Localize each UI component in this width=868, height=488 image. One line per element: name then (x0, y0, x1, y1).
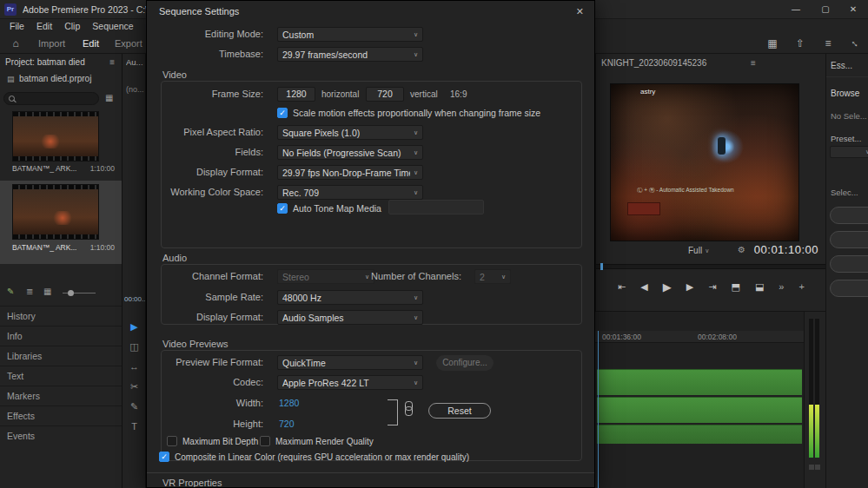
go-to-out-button[interactable]: ⇥ (708, 281, 716, 293)
monitor-scrub-bar[interactable] (596, 264, 825, 269)
zoom-level-select[interactable]: Full ∨ (688, 246, 709, 255)
frame-width-input[interactable]: 1280 (277, 87, 315, 102)
panel-tab-essential-sound[interactable]: Ess... (831, 61, 852, 70)
close-button[interactable]: ✕ (840, 0, 866, 19)
composite-linear-checkbox[interactable]: ✓ (159, 452, 169, 462)
pixel-aspect-ratio-select[interactable]: Square Pixels (1.0) ∨ (277, 125, 423, 140)
previews-section-title: Video Previews (162, 339, 229, 349)
frame-height-input[interactable]: 720 (366, 87, 404, 102)
panel-menu-icon[interactable]: ≡ (751, 58, 756, 68)
icon-view-toggle-icon[interactable]: ▦ (105, 93, 113, 102)
type-tool[interactable]: T (123, 421, 146, 432)
meter-button[interactable] (815, 465, 820, 470)
link-icon[interactable] (404, 401, 412, 415)
icon-view-icon[interactable]: ▦ (43, 287, 51, 296)
clip-item[interactable]: BATMAN™_ ARK... 1:10:00 (0, 109, 123, 179)
color-space-select[interactable]: Rec. 709 ∨ (277, 185, 423, 200)
display-format-select[interactable]: 29.97 fps Non-Drop-Frame Timecode ∨ (277, 165, 423, 180)
clip-thumbnail[interactable] (12, 111, 99, 162)
maximize-button[interactable]: ▢ (812, 0, 838, 19)
tab-export[interactable]: Export (115, 33, 142, 54)
thumbnail-art (39, 135, 62, 148)
play-button[interactable]: ▶ (663, 280, 672, 293)
auto-tone-checkbox[interactable]: ✓ (277, 203, 288, 214)
home-icon[interactable]: ⌂ (7, 33, 24, 54)
menu-file[interactable]: File (10, 19, 24, 33)
step-forward-button[interactable]: ▶ (686, 281, 693, 293)
clip-item-selected[interactable]: BATMAN™_ ARK... 1:10:00 (0, 181, 123, 264)
scale-motion-checkbox[interactable]: ✓ (277, 108, 288, 118)
extract-button[interactable]: ⬓ (755, 281, 764, 293)
max-render-quality-checkbox[interactable] (260, 436, 270, 446)
preset-select[interactable]: ∨ (830, 146, 868, 158)
search-input[interactable] (18, 93, 95, 104)
clip-thumbnail[interactable] (12, 184, 99, 240)
more-controls-button[interactable]: » (779, 281, 784, 292)
dialog-close-icon[interactable]: ✕ (576, 1, 584, 22)
fullscreen-icon[interactable]: ↕ (840, 30, 867, 56)
max-bit-depth-checkbox[interactable] (167, 436, 177, 446)
audio-type-button[interactable] (830, 280, 868, 297)
audio-display-format-select[interactable]: Audio Samples ∨ (277, 310, 423, 325)
panel-menu-icon[interactable]: ≡ (109, 57, 115, 67)
program-monitor-title[interactable]: KNIGHT_20230609145236 (601, 58, 747, 68)
menu-edit[interactable]: Edit (36, 19, 52, 33)
zoom-slider-knob[interactable] (68, 290, 74, 296)
audio-clip-track[interactable] (597, 369, 802, 395)
ripple-edit-tool[interactable]: ↔ (123, 361, 146, 372)
tab-browse[interactable]: Browse (831, 89, 859, 98)
timeline-timecode[interactable]: 00:00... (124, 295, 146, 303)
audio-type-button[interactable] (830, 255, 868, 273)
tab-effects[interactable]: Effects (0, 406, 122, 425)
program-timecode[interactable]: 00:01:10:00 (754, 243, 818, 256)
preview-height-value[interactable]: 720 (279, 417, 295, 432)
list-view-icon[interactable]: ≣ (26, 287, 33, 296)
reset-button[interactable]: Reset (428, 403, 491, 419)
menu-sequence[interactable]: Sequence (92, 19, 133, 33)
tab-markers[interactable]: Markers (0, 386, 122, 406)
preview-file-format-select[interactable]: QuickTime ∨ (277, 355, 423, 370)
pen-tool[interactable]: ✎ (123, 401, 146, 412)
minimize-button[interactable]: — (783, 0, 809, 19)
monitor-playhead[interactable] (600, 263, 603, 270)
settings-wrench-icon[interactable]: ⚙ (738, 245, 745, 254)
audio-clip-track[interactable] (597, 397, 802, 423)
menu-clip[interactable]: Clip (64, 19, 80, 33)
tab-events[interactable]: Events (0, 425, 122, 445)
fields-select[interactable]: No Fields (Progressive Scan) ∨ (277, 145, 423, 160)
codec-select[interactable]: Apple ProRes 422 LT ∨ (277, 375, 423, 390)
tab-info[interactable]: Info (0, 326, 122, 346)
razor-tool[interactable]: ✂ (123, 381, 146, 392)
tab-history[interactable]: History (0, 306, 122, 326)
menu-icon[interactable]: ≡ (819, 33, 837, 54)
timeline-playhead[interactable] (598, 331, 599, 488)
preview-width-value[interactable]: 1280 (279, 396, 299, 411)
strip-status: (no... (126, 85, 145, 94)
edit-icon[interactable]: ✎ (7, 287, 14, 296)
tab-edit[interactable]: Edit (83, 33, 99, 54)
tab-libraries[interactable]: Libraries (0, 346, 122, 366)
timeline-ruler[interactable]: 00:01:36:00 00:02:08:00 (595, 331, 804, 343)
search-box[interactable] (3, 92, 99, 105)
editing-mode-select[interactable]: Custom ∨ (277, 27, 423, 42)
add-button[interactable]: + (798, 281, 804, 292)
sample-rate-select[interactable]: 48000 Hz ∨ (277, 290, 423, 305)
workspaces-icon[interactable]: ▦ (764, 33, 781, 54)
project-file-name[interactable]: batman died.prproj (19, 74, 116, 83)
selection-tool[interactable]: ▶ (123, 321, 146, 333)
quick-export-icon[interactable]: ⇧ (792, 33, 809, 54)
track-select-tool[interactable]: ◫ (123, 341, 146, 353)
audio-clip-track[interactable] (597, 425, 802, 444)
meter-button[interactable] (809, 465, 814, 470)
audio-type-button[interactable] (830, 207, 868, 224)
timebase-select[interactable]: 29.97 frames/second ∨ (277, 47, 423, 62)
preview-file-format-label: Preview File Format: (147, 355, 270, 370)
audio-type-button[interactable] (830, 231, 868, 248)
tab-import[interactable]: Import (38, 33, 65, 54)
strip-panel-title[interactable]: Au... (126, 57, 145, 67)
tab-text[interactable]: Text (0, 366, 122, 386)
go-to-in-button[interactable]: ⇤ (618, 281, 626, 293)
lift-button[interactable]: ⬒ (731, 281, 739, 293)
frame-size-vertical-label: vertical (410, 87, 438, 102)
step-back-button[interactable]: ◀ (640, 281, 647, 293)
